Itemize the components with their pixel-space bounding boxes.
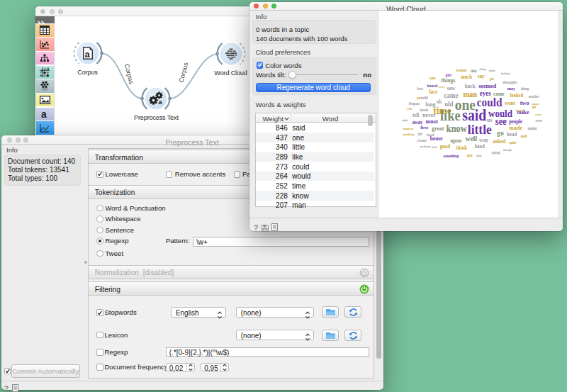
svg-text:a: a — [84, 48, 90, 59]
svg-text:a: a — [159, 98, 163, 106]
